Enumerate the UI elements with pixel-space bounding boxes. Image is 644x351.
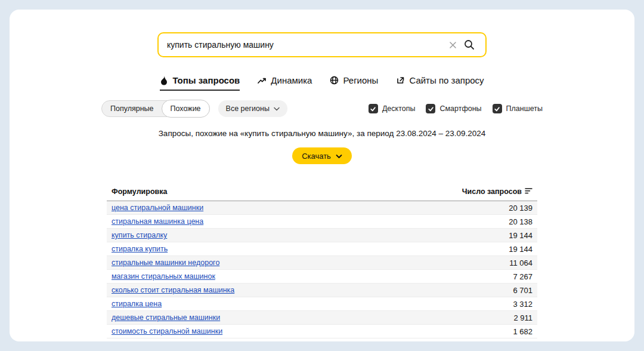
checkbox-smartphones[interactable]: Смартфоны <box>426 104 481 113</box>
flame-icon <box>160 76 168 85</box>
query-type-toggle: Популярные Похожие <box>101 100 210 117</box>
table-row: цена стиральной машинки 20 139 <box>107 201 537 215</box>
column-count: Число запросов <box>462 187 522 196</box>
table-row: стиральная машинка цена 20 138 <box>107 215 537 229</box>
segment-popular[interactable]: Популярные <box>102 100 162 117</box>
query-count: 3 312 <box>513 300 532 309</box>
table-row: стиралка цена 3 312 <box>107 297 537 311</box>
query-count: 6 701 <box>513 286 532 295</box>
trend-icon <box>258 76 267 85</box>
search-icon[interactable] <box>460 39 478 50</box>
table-row: стиралка купить 19 144 <box>107 242 537 256</box>
phrase-link[interactable]: стоимость стиральной машинки <box>112 327 222 335</box>
phrase-link[interactable]: стиральные машинки недорого <box>112 258 219 267</box>
tab-label: Динамика <box>271 75 312 85</box>
tab-regions[interactable]: Регионы <box>330 75 378 91</box>
chevron-down-icon <box>274 104 280 113</box>
column-phrase: Формулировка <box>112 187 167 196</box>
checkbox-desktops[interactable]: Десктопы <box>369 104 416 113</box>
region-dropdown[interactable]: Все регионы <box>218 100 287 117</box>
checkbox-tablets[interactable]: Планшеты <box>493 104 543 113</box>
summary-text: Запросы, похожие на «купить стиральную м… <box>10 129 634 138</box>
column-count-sort[interactable]: Число запросов <box>462 187 532 196</box>
search-row <box>10 32 634 57</box>
checkbox-checked-icon <box>369 104 378 113</box>
query-count: 20 139 <box>509 204 532 213</box>
sort-descending-icon <box>525 187 532 196</box>
search-input[interactable] <box>167 40 445 50</box>
table-row: купить стиралку 19 144 <box>107 229 537 242</box>
query-count: 7 267 <box>513 272 532 281</box>
phrase-link[interactable]: купить стиралку <box>112 231 167 239</box>
table-header: Формулировка Число запросов <box>107 187 537 201</box>
tab-dynamics[interactable]: Динамика <box>258 75 312 91</box>
tab-sites[interactable]: Сайты по запросу <box>396 75 484 91</box>
filter-row: Популярные Похожие Все регионы <box>101 100 543 117</box>
checkbox-label: Смартфоны <box>439 104 481 113</box>
table-row: стиральные машинки недорого 11 064 <box>107 256 537 270</box>
segment-similar[interactable]: Похожие <box>162 100 210 118</box>
query-count: 19 144 <box>509 231 532 240</box>
phrase-link[interactable]: стиралка купить <box>112 245 168 253</box>
table-row: стоимость стиральной машинки 1 682 <box>107 325 537 338</box>
query-count: 20 138 <box>509 217 532 226</box>
table-row: дешевые стиральные машинки 2 911 <box>107 311 537 325</box>
tabs-bar: Топы запросов Динамика Регионы Сайты по … <box>10 75 634 91</box>
search-box[interactable] <box>157 32 487 57</box>
phrase-link[interactable]: сколько стоит стиральная машинка <box>112 286 234 294</box>
query-count: 11 064 <box>509 258 532 267</box>
download-button[interactable]: Скачать <box>292 147 352 164</box>
phrase-link[interactable]: магазин стиральных машинок <box>112 272 215 281</box>
phrase-link[interactable]: стиралка цена <box>112 300 162 308</box>
checkbox-label: Десктопы <box>382 104 416 113</box>
phrase-link[interactable]: дешевые стиральные машинки <box>112 313 220 322</box>
table-row: магазин стиральных машинок 7 267 <box>107 270 537 284</box>
results-table: Формулировка Число запросов цена стираль… <box>107 187 537 338</box>
table-row: сколько стоит стиральная машинка 6 701 <box>107 284 537 297</box>
query-count: 1 682 <box>513 327 532 336</box>
chevron-down-icon <box>336 152 342 161</box>
query-count: 2 911 <box>513 313 532 322</box>
checkbox-checked-icon <box>493 104 502 113</box>
page-background: Топы запросов Динамика Регионы Сайты по … <box>0 0 644 351</box>
checkbox-checked-icon <box>426 104 435 113</box>
download-button-label: Скачать <box>302 152 331 161</box>
globe-icon <box>330 76 339 85</box>
tab-label: Топы запросов <box>172 75 240 85</box>
tab-top-queries[interactable]: Топы запросов <box>160 75 240 91</box>
tab-label: Регионы <box>343 75 378 85</box>
query-count: 19 144 <box>509 245 532 254</box>
clear-icon[interactable] <box>445 41 460 49</box>
tab-label: Сайты по запросу <box>409 75 484 85</box>
phrase-link[interactable]: цена стиральной машинки <box>112 204 203 212</box>
main-card: Топы запросов Динамика Регионы Сайты по … <box>10 10 634 341</box>
external-link-icon <box>396 76 405 85</box>
checkbox-label: Планшеты <box>506 104 543 113</box>
phrase-link[interactable]: стиральная машинка цена <box>112 217 203 226</box>
region-dropdown-label: Все регионы <box>226 104 270 113</box>
